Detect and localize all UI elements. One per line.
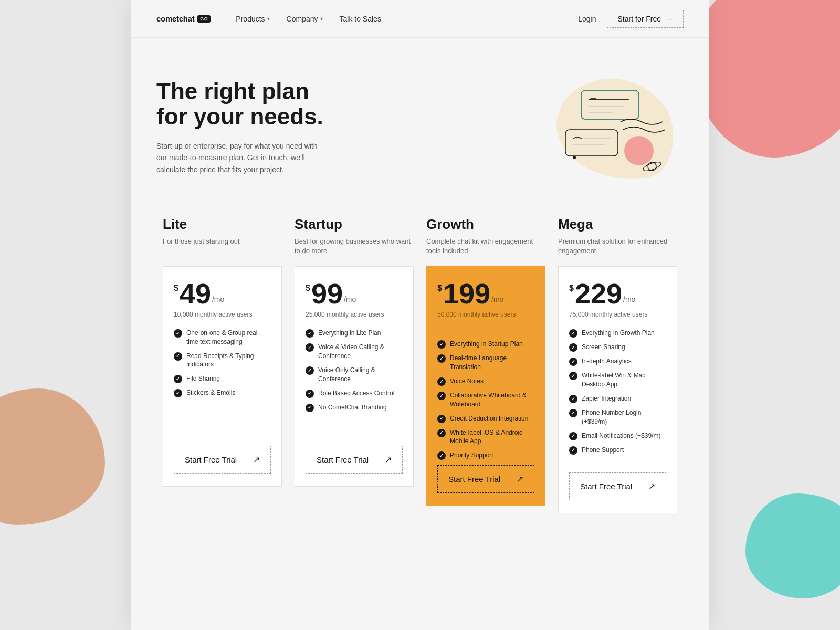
list-item: Credit Deduction Integration: [437, 414, 534, 423]
check-icon: [306, 404, 314, 412]
plan-startup-name: Startup: [295, 216, 414, 233]
check-icon: [569, 395, 578, 403]
plan-lite-users: 10,000 monthly active users: [174, 311, 271, 318]
logo-text: cometchat: [156, 14, 194, 23]
hero-section: The right planfor your needs. Start-up o…: [131, 38, 709, 206]
plan-lite-desc: For those just starting out: [163, 237, 282, 256]
plan-mega-period: /mo: [623, 295, 635, 303]
check-icon: [569, 329, 578, 338]
plan-growth-period: /mo: [491, 295, 503, 303]
list-item: Priority Support: [437, 451, 534, 460]
decorative-blob-orange: [0, 388, 105, 525]
plan-mega: Mega Premium chat solution for enhanced …: [552, 216, 684, 513]
svg-point-11: [573, 156, 576, 159]
plan-growth-users: 50,000 monthly active users: [437, 311, 534, 318]
chevron-down-icon: ▾: [320, 16, 323, 22]
check-icon: [306, 390, 314, 398]
check-icon: [569, 432, 578, 440]
list-item: Everything in Lite Plan: [306, 329, 403, 338]
check-icon: [569, 409, 578, 417]
hero-text: The right planfor your needs. Start-up o…: [156, 79, 324, 175]
check-icon: [306, 329, 314, 338]
navbar: cometchat GO Products ▾ Company ▾ Talk t…: [131, 0, 709, 38]
plan-startup-period: /mo: [344, 295, 356, 303]
plan-startup-users: 25,000 monthly active users: [306, 311, 403, 318]
plan-mega-card: $ 229 /mo 75,000 monthly active users Ev…: [558, 266, 677, 513]
pricing-section: Lite For those just starting out $ 49 /m…: [131, 206, 709, 545]
nav-company[interactable]: Company ▾: [287, 15, 323, 23]
plan-growth-cta[interactable]: Start Free Trial ↗: [437, 465, 534, 493]
list-item: File Sharing: [174, 374, 271, 383]
login-button[interactable]: Login: [578, 15, 596, 23]
list-item: In-depth Analytics: [569, 357, 666, 366]
check-icon: [569, 372, 578, 380]
list-item: Phone Number Login (+$39/m): [569, 408, 666, 426]
plan-lite-price-row: $ 49 /mo: [174, 279, 271, 308]
start-for-free-button[interactable]: Start for Free →: [607, 10, 684, 28]
plan-startup-dollar: $: [306, 284, 310, 293]
check-icon: [569, 358, 578, 366]
list-item: Real-time Language Translation: [437, 354, 534, 372]
list-item: Collaborative Whiteboard & Writeboard: [437, 391, 534, 409]
plan-lite-dollar: $: [174, 284, 178, 293]
plan-startup-desc: Best for growing businesses who want to …: [295, 237, 414, 256]
list-item: Read Receipts & Typing Indicators: [174, 352, 271, 370]
decorative-blob-teal: [746, 494, 840, 598]
plan-startup-features: Everything in Lite Plan Voice & Video Ca…: [306, 329, 403, 433]
list-item: Voice Only Calling & Conference: [306, 366, 403, 384]
check-icon: [437, 452, 446, 460]
arrow-icon: ↗: [648, 481, 655, 491]
plan-startup-cta[interactable]: Start Free Trial ↗: [306, 446, 403, 474]
check-icon: [174, 389, 182, 397]
plan-lite-period: /mo: [212, 295, 224, 303]
plan-lite-features: One-on-one & Group real-time text messag…: [174, 329, 271, 433]
plan-growth-desc: Complete chat kit with engagement tools …: [426, 237, 545, 256]
arrow-icon: ↗: [385, 455, 392, 465]
nav-products[interactable]: Products ▾: [236, 15, 269, 23]
plan-lite-amount: 49: [180, 279, 211, 308]
list-item: Role Based Access Control: [306, 389, 403, 398]
logo-badge: GO: [197, 15, 211, 23]
check-icon: [569, 446, 578, 455]
list-item: Phone Support: [569, 446, 666, 455]
plan-startup-card: $ 99 /mo 25,000 monthly active users Eve…: [295, 266, 414, 487]
arrow-icon: ↗: [517, 474, 523, 484]
check-icon: [174, 375, 182, 383]
check-icon: [174, 329, 182, 338]
page-container: cometchat GO Products ▾ Company ▾ Talk t…: [131, 0, 709, 630]
hero-illustration: [537, 69, 684, 185]
plan-startup-amount: 99: [311, 279, 343, 308]
list-item: Screen Sharing: [569, 343, 666, 352]
plan-lite: Lite For those just starting out $ 49 /m…: [156, 216, 288, 513]
check-icon: [437, 429, 446, 437]
plan-lite-cta[interactable]: Start Free Trial ↗: [174, 446, 271, 474]
plan-mega-cta[interactable]: Start Free Trial ↗: [569, 472, 666, 500]
nav-talk-to-sales[interactable]: Talk to Sales: [340, 15, 381, 23]
check-icon: [306, 366, 314, 375]
hero-title: The right planfor your needs.: [156, 79, 324, 130]
plan-growth-dollar: $: [437, 284, 442, 293]
plan-mega-amount: 229: [575, 279, 622, 308]
nav-links: Products ▾ Company ▾ Talk to Sales: [236, 15, 578, 23]
check-icon: [569, 343, 578, 352]
plan-mega-name: Mega: [558, 216, 677, 233]
plan-mega-price-row: $ 229 /mo: [569, 279, 666, 308]
chevron-down-icon: ▾: [267, 16, 270, 22]
check-icon: [437, 340, 446, 349]
check-icon: [437, 415, 446, 423]
check-icon: [437, 354, 446, 363]
plan-growth-price-row: $ 199 /mo: [437, 279, 534, 308]
plan-lite-name: Lite: [163, 216, 282, 233]
list-item: Voice Notes: [437, 377, 534, 386]
plan-startup: Startup Best for growing businesses who …: [288, 216, 420, 513]
list-item: Everything in Growth Plan: [569, 329, 666, 338]
plan-growth-features: Everything in Startup Plan Real-time Lan…: [437, 340, 534, 465]
decorative-blob-coral: [693, 0, 840, 158]
logo[interactable]: cometchat GO: [156, 14, 211, 23]
list-item: Voice & Video Calling & Conference: [306, 343, 403, 361]
check-icon: [174, 352, 182, 361]
list-item: Stickers & Emojis: [174, 388, 271, 397]
plan-mega-users: 75,000 monthly active users: [569, 311, 666, 318]
plan-mega-desc: Premium chat solution for enhanced engag…: [558, 237, 677, 256]
list-item: Zapier Integration: [569, 394, 666, 403]
